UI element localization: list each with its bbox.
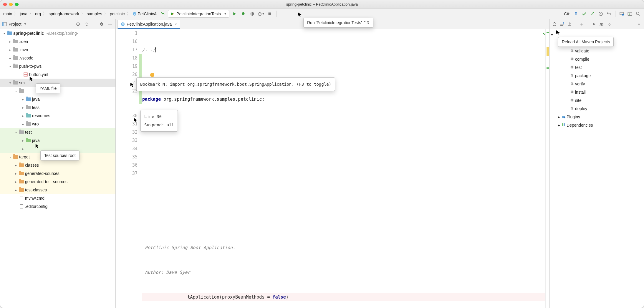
vcs-update-button[interactable] [572, 10, 580, 18]
maven-toggle-offline-button[interactable] [606, 21, 613, 28]
vcs-push-button[interactable] [589, 10, 596, 18]
hide-panel-button[interactable] [107, 21, 114, 28]
tree-editorconfig[interactable]: .editorconfig [25, 204, 47, 209]
run-configuration-selector[interactable]: PetclinicIntegrationTests ▼ [168, 10, 229, 18]
project-tree[interactable]: ▾ spring-petclinic ~/Desktop/spring- ▸.i… [0, 29, 115, 308]
maven-download-sources-button[interactable] [566, 21, 573, 28]
crumb-main[interactable]: main [2, 11, 13, 17]
close-window-icon[interactable] [3, 3, 7, 6]
minimize-window-icon[interactable] [9, 3, 13, 6]
svg-rect-4 [268, 12, 271, 15]
locate-file-button[interactable] [75, 21, 82, 28]
deps-icon [561, 123, 565, 127]
gear-icon [570, 90, 574, 95]
close-tab-icon[interactable]: × [175, 22, 177, 27]
maven-goal-site[interactable]: site [550, 96, 644, 105]
tree-gensrc[interactable]: generated-sources [25, 171, 59, 176]
svg-rect-14 [108, 24, 112, 24]
stop-button[interactable] [266, 10, 274, 18]
tooltip-bookmark: Bookmark N: import org.springframework.b… [136, 77, 335, 91]
git-label: Git: [563, 11, 572, 16]
maven-execute-goal-button[interactable]: m [598, 21, 605, 28]
gear-icon [570, 65, 574, 70]
class-icon: C [121, 22, 125, 26]
maven-add-project-button[interactable] [578, 21, 585, 28]
search-everywhere-button[interactable] [634, 10, 642, 18]
svg-point-9 [636, 12, 639, 15]
crumb-file[interactable]: C PetClinicA [131, 11, 158, 17]
tree-push[interactable]: push-to-pws [19, 64, 42, 69]
gear-icon [570, 57, 574, 62]
project-view-selector[interactable]: Project▼ [9, 22, 27, 27]
gear-icon [570, 82, 574, 87]
tree-idea[interactable]: .idea [19, 39, 28, 44]
svg-rect-22 [562, 123, 563, 126]
tree-gentestsrc[interactable]: generated-test-sources [25, 179, 67, 184]
maven-generate-sources-button[interactable] [559, 21, 566, 28]
maven-goal-install[interactable]: install [550, 88, 644, 96]
window-title: spring-petclinic – PetClinicApplication.… [286, 2, 358, 6]
zoom-window-icon[interactable] [15, 3, 19, 6]
maven-reload-button[interactable] [551, 21, 558, 28]
tooltip-yaml: YAML file [36, 83, 60, 93]
tree-root[interactable]: spring-petclinic [13, 31, 44, 36]
crumb-petclinic[interactable]: petclinic [109, 11, 126, 17]
lightbulb-icon[interactable] [150, 73, 154, 77]
build-button[interactable] [159, 10, 167, 18]
tree-classes[interactable]: classes [25, 163, 39, 168]
tree-less[interactable]: less [32, 105, 39, 110]
editor-tab[interactable]: C PetClinicApplication.java × [117, 20, 180, 29]
tree-testclasses[interactable]: test-classes [25, 188, 47, 192]
editor-minimap[interactable] [545, 29, 549, 308]
editor-gutter[interactable]: 1 16 17 18 19 20 21 23 30 31 32 33 34 35 [116, 29, 142, 308]
window-titlebar: spring-petclinic – PetClinicApplication.… [0, 0, 644, 9]
maven-goal-verify[interactable]: verify [550, 80, 644, 88]
tooltip-testroot: Test sources root [40, 150, 80, 160]
tree-wro[interactable]: wro [32, 122, 39, 126]
tree-mvnw[interactable]: mvnw.cmd [25, 196, 44, 201]
tree-button-yml[interactable]: button.yml [29, 72, 48, 77]
maven-goal-test[interactable]: test [550, 63, 644, 72]
file-icon [20, 196, 23, 200]
maven-goal-compile[interactable]: compile [550, 55, 644, 63]
vcs-rollback-button[interactable] [605, 10, 613, 18]
maven-goal-deploy[interactable]: deploy [550, 105, 644, 113]
code-editor[interactable]: 1 16 17 18 19 20 21 23 30 31 32 33 34 35 [116, 29, 549, 308]
breadcrumbs: main〉 java〉 org〉 springframework〉 sample… [2, 11, 158, 17]
maven-more-button[interactable]: » [635, 21, 643, 28]
svg-rect-23 [564, 123, 565, 126]
tree-mvn[interactable]: .mvn [19, 47, 28, 52]
tree-src[interactable]: src [19, 80, 25, 85]
settings-button[interactable] [98, 21, 105, 28]
crumb-samples[interactable]: samples [86, 11, 103, 17]
chevron-down-icon: ▼ [224, 12, 227, 15]
maven-goal-validate[interactable]: validate [550, 47, 644, 55]
maven-tree[interactable]: ▾ cleanvalidatecompiletestpackageverifyi… [550, 29, 644, 308]
maven-run-button[interactable] [590, 21, 597, 28]
tree-test[interactable]: test [25, 130, 32, 135]
run-configuration-label: PetclinicIntegrationTests [176, 11, 221, 16]
svg-text:C: C [122, 23, 124, 26]
crumb-java[interactable]: java [19, 11, 29, 17]
maven-goal-package[interactable]: package [550, 72, 644, 80]
crumb-org[interactable]: org [34, 11, 42, 17]
maven-deps[interactable]: Dependencies [567, 123, 593, 127]
vcs-history-button[interactable] [597, 10, 605, 18]
svg-rect-11 [2, 22, 4, 26]
run-anything-button[interactable] [626, 10, 634, 18]
maven-plugins[interactable]: Plugins [567, 115, 580, 119]
tree-java2[interactable]: java [32, 138, 40, 143]
plugins-icon [561, 115, 565, 119]
tree-target[interactable]: target [19, 155, 30, 159]
expand-all-button[interactable] [83, 21, 90, 28]
run-button[interactable] [231, 10, 238, 18]
tree-resources[interactable]: resources [32, 113, 50, 118]
vcs-commit-button[interactable] [580, 10, 588, 18]
code-with-me-button[interactable] [618, 10, 625, 18]
debug-button[interactable] [239, 10, 247, 18]
profiler-button[interactable]: ▼ [257, 10, 265, 18]
tree-java1[interactable]: java [32, 97, 40, 102]
tree-vscode[interactable]: .vscode [19, 56, 33, 60]
crumb-springframework[interactable]: springframework [47, 11, 80, 17]
coverage-button[interactable] [248, 10, 256, 18]
